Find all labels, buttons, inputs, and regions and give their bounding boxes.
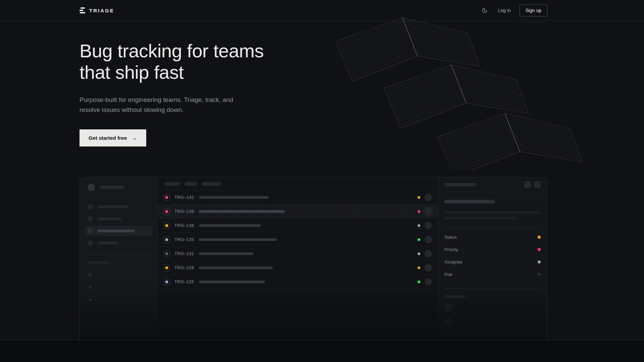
issue-row: TRG–131 <box>158 247 438 261</box>
issue-type-icon <box>163 264 170 271</box>
wireframe-fold-2 <box>384 65 528 128</box>
hero-section: Bug tracking for teams that ship fast Pu… <box>79 21 348 146</box>
brand-logo[interactable]: TRIAGE <box>79 7 114 13</box>
sidebar-nav-item <box>85 238 153 248</box>
issue-row: TRG–138 <box>158 219 438 233</box>
workspace-icon <box>88 184 95 191</box>
property-list: Status Priority Assignee Due <box>444 231 541 281</box>
sidebar-nav-item <box>85 202 153 212</box>
issue-row: TRG–128 <box>158 261 438 275</box>
issue-list-rows: TRG–142 TRG–139 TRG–138 TRG–135 TRG–131 <box>158 190 438 289</box>
property-row: Assignee <box>444 256 541 268</box>
sidebar-dot <box>89 298 92 301</box>
issue-assignee-avatar <box>425 208 432 215</box>
issue-id: TRG–139 <box>174 209 195 214</box>
property-label: Due <box>444 272 452 277</box>
issue-type-icon <box>163 236 170 243</box>
property-value-dot <box>538 273 541 276</box>
issue-type-icon <box>163 222 170 229</box>
detail-title-skeleton <box>444 183 476 186</box>
issue-id: TRG–135 <box>174 237 195 242</box>
mockup-issue-list: TRG–142 TRG–139 TRG–138 TRG–135 TRG–131 <box>158 177 438 340</box>
list-tab-skeleton <box>202 182 221 186</box>
detail-divider <box>444 288 541 289</box>
triage-logo-icon <box>79 7 85 13</box>
property-label: Assignee <box>444 259 462 264</box>
issue-type-icon <box>163 208 170 215</box>
sidebar-dot <box>89 274 92 276</box>
issue-type-icon <box>163 250 170 257</box>
detail-panel-header <box>438 177 547 192</box>
issue-assignee-avatar <box>425 250 432 257</box>
sidebar-dot <box>89 286 92 289</box>
sidebar-divider <box>85 197 152 198</box>
issue-id: TRG–131 <box>174 251 195 256</box>
detail-action-icon <box>534 181 541 188</box>
comment-avatar <box>444 316 452 324</box>
sidebar-section-skeleton <box>88 261 109 264</box>
issue-description-skeleton <box>444 211 541 214</box>
issue-status-dot <box>418 281 420 283</box>
nav-actions: Log in Sign up <box>480 4 547 16</box>
wireframe-fold-1 <box>335 18 480 81</box>
issue-status-dot <box>418 238 420 241</box>
arrow-right-icon: → <box>131 135 137 141</box>
hero-subtitle: Purpose-built for engineering teams. Tri… <box>79 95 348 115</box>
issue-description-skeleton <box>444 217 517 220</box>
list-tab-skeleton <box>184 182 197 186</box>
wireframe-fold-3 <box>438 113 582 170</box>
mockup-sidebar <box>80 177 158 340</box>
sidebar-nav-item <box>85 214 153 224</box>
issue-id: TRG–138 <box>174 223 195 228</box>
sidebar-nav-item-active <box>85 226 153 236</box>
issue-row: TRG–125 <box>158 275 438 289</box>
login-link[interactable]: Log in <box>498 8 511 13</box>
issue-title-skeleton <box>199 196 269 199</box>
issue-list-header <box>158 177 438 190</box>
issue-assignee-avatar <box>425 222 432 229</box>
cta-label: Get started free <box>89 135 127 141</box>
property-label: Priority <box>444 247 458 252</box>
issue-row: TRG–135 <box>158 233 438 247</box>
top-nav: TRIAGE Log in Sign up <box>0 0 644 21</box>
get-started-button[interactable]: Get started free → <box>79 129 146 146</box>
issue-assignee-avatar <box>425 194 432 201</box>
comments-section-skeleton <box>444 295 465 298</box>
detail-action-icon <box>524 181 531 188</box>
property-value-dot <box>538 248 541 251</box>
moon-icon <box>482 7 488 13</box>
issue-title-skeleton <box>199 224 261 227</box>
property-label: Status <box>444 235 457 240</box>
issue-title-skeleton <box>199 266 273 269</box>
mockup-workspace-row <box>85 184 153 191</box>
issue-status-dot <box>418 196 420 199</box>
issue-status-dot <box>418 224 420 227</box>
workspace-name-skeleton <box>100 186 124 189</box>
issue-title-skeleton <box>199 281 265 283</box>
issue-status-dot <box>418 210 420 213</box>
comment-avatar <box>444 303 452 311</box>
signup-button[interactable]: Sign up <box>520 4 547 16</box>
issue-title-skeleton <box>444 200 495 203</box>
detail-divider <box>444 227 541 228</box>
issue-assignee-avatar <box>425 278 432 286</box>
property-row: Status <box>444 231 541 243</box>
issue-id: TRG–142 <box>174 195 195 200</box>
mockup-detail-panel: Status Priority Assignee Due <box>438 177 547 340</box>
list-tab-skeleton <box>164 182 180 186</box>
issue-id: TRG–128 <box>174 265 195 270</box>
sidebar-divider <box>85 255 152 255</box>
property-value-dot <box>538 260 541 263</box>
theme-toggle-button[interactable] <box>480 6 489 15</box>
detail-panel-body: Status Priority Assignee Due <box>438 192 547 324</box>
issue-assignee-avatar <box>425 264 432 272</box>
issue-status-dot <box>418 252 420 255</box>
issue-type-icon <box>163 279 170 285</box>
app-preview-mockup: TRG–142 TRG–139 TRG–138 TRG–135 TRG–131 <box>79 177 547 340</box>
issue-status-dot <box>418 266 420 269</box>
issue-assignee-avatar <box>425 236 432 243</box>
issue-title-skeleton <box>199 238 277 241</box>
decorative-wireframe-graphic <box>330 16 589 170</box>
property-row: Due <box>444 268 541 281</box>
issue-id: TRG–125 <box>174 279 195 284</box>
